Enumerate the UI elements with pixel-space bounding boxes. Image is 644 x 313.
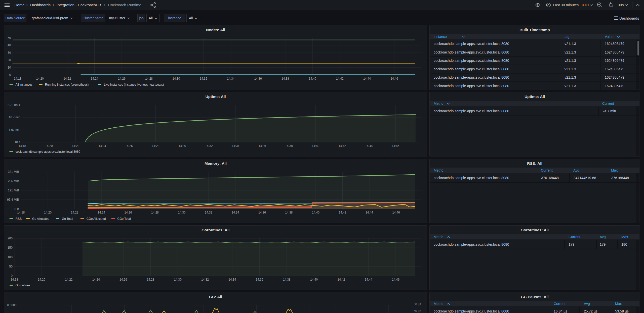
svg-text:cockroachdb.sample-apps.svc.cl: cockroachdb.sample-apps.svc.cluster.loca… bbox=[434, 75, 509, 79]
svg-text:Cockroach Runtime: Cockroach Runtime bbox=[108, 3, 141, 7]
svg-text:Current: Current bbox=[554, 302, 566, 306]
svg-text:14:36: 14:36 bbox=[254, 77, 262, 80]
svg-text:v21.1.3: v21.1.3 bbox=[565, 42, 576, 46]
svg-text:376168448: 376168448 bbox=[611, 176, 629, 180]
svg-text:14:32: 14:32 bbox=[205, 144, 213, 147]
svg-text:14:36: 14:36 bbox=[258, 144, 266, 147]
svg-text:286 MiB: 286 MiB bbox=[8, 179, 19, 183]
svg-text:24.7 min: 24.7 min bbox=[602, 109, 616, 113]
svg-text:14:18: 14:18 bbox=[11, 278, 18, 281]
svg-text:14:30: 14:30 bbox=[173, 77, 180, 80]
svg-text:All instances: All instances bbox=[16, 83, 32, 86]
svg-text:Dashboards: Dashboards bbox=[30, 3, 51, 7]
svg-text:cockroachdb.sample-apps.svc.cl: cockroachdb.sample-apps.svc.cluster.loca… bbox=[434, 42, 509, 46]
svg-text:14:24: 14:24 bbox=[98, 211, 105, 214]
svg-text:1624305479: 1624305479 bbox=[605, 50, 624, 54]
svg-text:0.0800: 0.0800 bbox=[7, 303, 17, 307]
svg-text:14:26: 14:26 bbox=[119, 278, 127, 281]
svg-text:14:32: 14:32 bbox=[200, 77, 207, 80]
svg-text:0: 0 bbox=[9, 73, 11, 77]
svg-text:200: 200 bbox=[8, 237, 13, 240]
svg-text:14:38: 14:38 bbox=[281, 77, 289, 80]
svg-text:cockroachdb.sample-apps.svc.cl: cockroachdb.sample-apps.svc.cluster.loca… bbox=[434, 67, 509, 71]
svg-text:Metric: Metric bbox=[434, 302, 443, 306]
svg-text:cockroachdb.sample-apps.svc.cl: cockroachdb.sample-apps.svc.cluster.loca… bbox=[434, 242, 509, 246]
svg-text:1624305479: 1624305479 bbox=[605, 67, 624, 71]
svg-text:50 µs: 50 µs bbox=[414, 309, 421, 313]
svg-text:14:26: 14:26 bbox=[125, 211, 132, 214]
svg-text:50: 50 bbox=[8, 36, 11, 40]
svg-text:14:22: 14:22 bbox=[72, 144, 79, 147]
svg-text:14:24: 14:24 bbox=[91, 77, 98, 80]
svg-text:Avg: Avg bbox=[584, 302, 590, 306]
svg-text:14:40: 14:40 bbox=[310, 278, 318, 281]
svg-text:14:26: 14:26 bbox=[118, 77, 126, 80]
svg-text:191 MiB: 191 MiB bbox=[8, 188, 19, 192]
svg-text:14:44: 14:44 bbox=[363, 77, 371, 80]
svg-text:14:42: 14:42 bbox=[336, 77, 344, 80]
svg-text:14:36: 14:36 bbox=[256, 278, 263, 281]
svg-text:14:40: 14:40 bbox=[312, 144, 319, 147]
svg-text:14:46: 14:46 bbox=[390, 77, 398, 80]
svg-text:14:32: 14:32 bbox=[205, 211, 212, 214]
svg-text:14:28: 14:28 bbox=[151, 211, 159, 214]
svg-text:Go Total: Go Total bbox=[62, 217, 73, 220]
svg-text:14:32: 14:32 bbox=[201, 278, 209, 281]
svg-text:14:34: 14:34 bbox=[228, 278, 236, 281]
svg-text:Go Allocated: Go Allocated bbox=[32, 217, 49, 220]
svg-text:14:24: 14:24 bbox=[92, 278, 100, 281]
svg-text:381 MiB: 381 MiB bbox=[8, 170, 19, 173]
svg-text:14:42: 14:42 bbox=[338, 144, 346, 147]
svg-text:14:46: 14:46 bbox=[392, 211, 400, 214]
svg-text:14:18: 14:18 bbox=[14, 77, 21, 80]
svg-text:14:38: 14:38 bbox=[285, 144, 293, 147]
svg-text:14:38: 14:38 bbox=[283, 278, 291, 281]
svg-text:14:42: 14:42 bbox=[339, 211, 346, 214]
svg-text:30s: 30s bbox=[618, 3, 624, 7]
svg-text:100: 100 bbox=[8, 255, 13, 259]
svg-text:Home: Home bbox=[15, 3, 25, 7]
svg-text:14:30: 14:30 bbox=[179, 144, 186, 147]
svg-text:14:40: 14:40 bbox=[312, 211, 319, 214]
svg-text:1.67 min: 1.67 min bbox=[9, 128, 20, 131]
svg-text:60 µs: 60 µs bbox=[414, 302, 421, 306]
svg-text:14:34: 14:34 bbox=[232, 144, 239, 147]
svg-text:14:18: 14:18 bbox=[17, 211, 25, 214]
svg-text:14:20: 14:20 bbox=[38, 278, 45, 281]
svg-text:Max: Max bbox=[615, 302, 622, 306]
svg-text:RSS: RSS bbox=[16, 217, 22, 220]
svg-text:CGo Allocated: CGo Allocated bbox=[87, 217, 106, 220]
svg-text:20: 20 bbox=[8, 58, 11, 62]
svg-text:14:26: 14:26 bbox=[125, 144, 133, 147]
svg-text:tag: tag bbox=[565, 35, 569, 39]
svg-text:14:22: 14:22 bbox=[71, 211, 78, 214]
svg-text:10 s: 10 s bbox=[15, 140, 20, 144]
svg-text:Avg: Avg bbox=[600, 235, 606, 239]
svg-text:CGo Total: CGo Total bbox=[117, 217, 131, 220]
svg-text:v21.1.3: v21.1.3 bbox=[565, 75, 576, 79]
svg-text:16.7 min: 16.7 min bbox=[9, 116, 20, 119]
svg-text:Value: Value bbox=[605, 35, 614, 39]
svg-text:0: 0 bbox=[11, 274, 13, 278]
svg-text:150: 150 bbox=[8, 246, 13, 250]
svg-text:Metric: Metric bbox=[434, 101, 443, 106]
svg-text:14:24: 14:24 bbox=[99, 144, 106, 147]
svg-text:0 B: 0 B bbox=[15, 207, 19, 211]
svg-text:14:44: 14:44 bbox=[365, 278, 372, 281]
svg-text:16.34 µs: 16.34 µs bbox=[554, 309, 567, 313]
svg-text:UTC: UTC bbox=[582, 3, 589, 7]
svg-text:Max: Max bbox=[621, 235, 628, 239]
svg-text:347144519.68: 347144519.68 bbox=[574, 176, 596, 180]
svg-text:cockroachdb.sample-apps.svc.cl: cockroachdb.sample-apps.svc.cluster.loca… bbox=[16, 150, 80, 153]
svg-text:cockroachdb.sample-apps.svc.cl: cockroachdb.sample-apps.svc.cluster.loca… bbox=[434, 176, 509, 180]
svg-text:1624305479: 1624305479 bbox=[605, 59, 624, 63]
svg-text:14:20: 14:20 bbox=[44, 211, 52, 214]
svg-text:14:30: 14:30 bbox=[178, 211, 186, 214]
svg-text:95.4 MiB: 95.4 MiB bbox=[7, 198, 19, 201]
svg-text:v21.1.3: v21.1.3 bbox=[565, 59, 576, 63]
svg-text:25.72 µs: 25.72 µs bbox=[584, 309, 597, 313]
svg-text:2.78 hour: 2.78 hour bbox=[8, 103, 20, 107]
svg-text:1624305479: 1624305479 bbox=[605, 84, 624, 88]
svg-text:Current: Current bbox=[569, 235, 580, 239]
svg-text:v21.1.3: v21.1.3 bbox=[565, 84, 576, 88]
